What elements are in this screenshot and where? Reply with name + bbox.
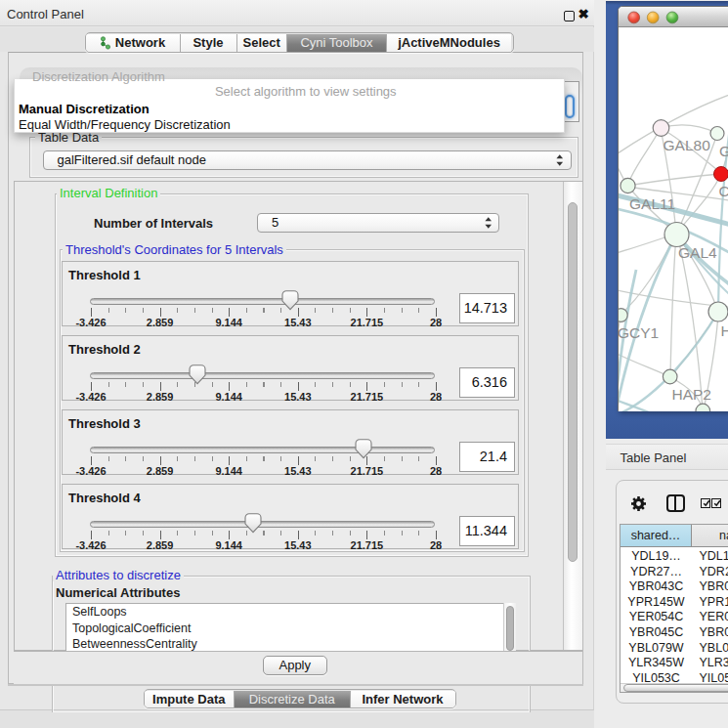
svg-text:CDC1: CDC1 [718, 183, 728, 199]
svg-text:HAP4: HAP4 [720, 322, 728, 339]
svg-text:GAL80: GAL80 [663, 137, 710, 153]
svg-text:GAL2: GAL2 [719, 143, 728, 159]
svg-text:GAL11: GAL11 [629, 195, 675, 212]
svg-text:GCY1: GCY1 [619, 324, 659, 341]
svg-text:HAP2: HAP2 [671, 386, 711, 403]
svg-text:GAL4: GAL4 [678, 244, 717, 261]
